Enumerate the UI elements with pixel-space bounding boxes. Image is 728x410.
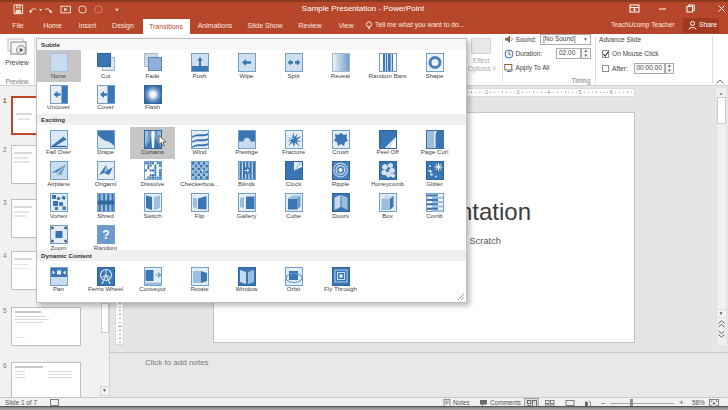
svg-text:?: ?: [102, 228, 109, 242]
